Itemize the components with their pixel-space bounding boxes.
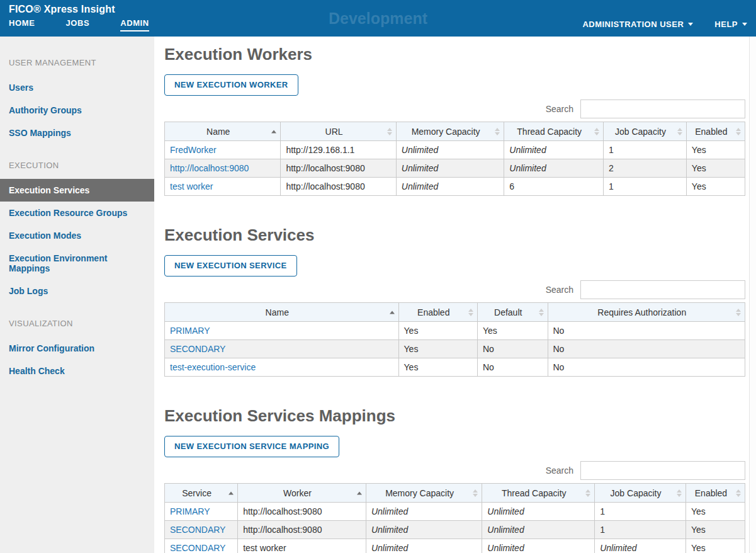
table-cell: Unlimited <box>366 503 482 521</box>
nav-admin[interactable]: ADMIN <box>120 18 149 31</box>
sidebar-item-execution-resource-groups[interactable]: Execution Resource Groups <box>0 202 154 224</box>
sidebar-item-health-check[interactable]: Health Check <box>0 360 154 382</box>
column-header-enabled[interactable]: Enabled <box>398 303 477 322</box>
table-row: SECONDARYhttp://localhost:9080UnlimitedU… <box>165 521 745 539</box>
cell-link[interactable]: PRIMARY <box>170 326 210 336</box>
table-cell: Yes <box>398 322 477 340</box>
brand-title: FICO® Xpress Insight <box>9 4 115 15</box>
table-row: PRIMARYYesYesNo <box>165 322 745 340</box>
table-cell: Yes <box>477 322 548 340</box>
execution-services-table: NameEnabledDefaultRequires Authorization… <box>164 302 745 377</box>
user-menu-label: ADMINISTRATION USER <box>582 20 684 29</box>
column-header-memory-capacity[interactable]: Memory Capacity <box>396 122 504 141</box>
sort-icon <box>677 489 682 497</box>
cell-link[interactable]: test-execution-service <box>170 362 256 372</box>
sidebar-item-authority-groups[interactable]: Authority Groups <box>0 99 154 122</box>
column-label: Default <box>494 307 522 317</box>
table-cell: Unlimited <box>366 539 482 553</box>
sidebar-item-execution-modes[interactable]: Execution Modes <box>0 224 154 247</box>
sort-icon <box>736 489 741 497</box>
new-execution-service-mapping-button[interactable]: NEW EXECUTION SERVICE MAPPING <box>164 436 339 457</box>
table-cell: No <box>477 340 548 358</box>
main-content: Execution Workers NEW EXECUTION WORKER S… <box>154 37 756 553</box>
sidebar-item-users[interactable]: Users <box>0 76 154 99</box>
search-row: Search <box>164 280 745 299</box>
cell-link[interactable]: PRIMARY <box>170 506 210 516</box>
table-cell: No <box>548 340 745 358</box>
column-header-thread-capacity[interactable]: Thread Capacity <box>504 122 604 141</box>
nav-home[interactable]: HOME <box>9 18 35 31</box>
execution-services-section: Execution Services NEW EXECUTION SERVICE… <box>164 196 745 377</box>
table-cell: Unlimited <box>482 503 595 521</box>
sort-icon <box>539 309 544 316</box>
table-cell: http://localhost:9080 <box>165 159 281 178</box>
search-input[interactable] <box>580 461 745 480</box>
sidebar-item-mirror-configuration[interactable]: Mirror Configuration <box>0 337 154 360</box>
help-menu[interactable]: HELP <box>714 20 747 29</box>
nav-jobs[interactable]: JOBS <box>65 18 89 31</box>
page-title: Execution Services Mappings <box>164 406 745 426</box>
table-header-row: NameEnabledDefaultRequires Authorization <box>165 303 745 322</box>
vertical-scrollbar[interactable] <box>749 37 756 553</box>
cell-link[interactable]: FredWorker <box>170 145 217 155</box>
search-input[interactable] <box>580 280 745 299</box>
caret-down-icon <box>688 23 693 26</box>
column-header-job-capacity[interactable]: Job Capacity <box>604 122 687 141</box>
table-cell: Yes <box>686 178 745 196</box>
cell-link[interactable]: SECONDARY <box>170 543 225 553</box>
sidebar-section-visualization: VISUALIZATION Mirror Configuration Healt… <box>0 307 154 382</box>
sort-ascending-icon <box>390 311 395 314</box>
table-cell: Yes <box>398 358 477 377</box>
table-row: FredWorkerhttp://129.168.1.1UnlimitedUnl… <box>165 141 745 159</box>
column-header-default[interactable]: Default <box>477 303 548 322</box>
cell-link[interactable]: test worker <box>170 181 213 191</box>
table-header-row: NameURLMemory CapacityThread CapacityJob… <box>165 122 745 141</box>
column-label: URL <box>325 127 343 137</box>
column-label: Memory Capacity <box>385 488 454 498</box>
column-header-name[interactable]: Name <box>165 122 281 141</box>
table-cell: Yes <box>398 340 477 358</box>
cell-link[interactable]: SECONDARY <box>170 344 225 354</box>
sort-ascending-icon <box>357 491 362 494</box>
search-label: Search <box>546 465 573 476</box>
column-header-thread-capacity[interactable]: Thread Capacity <box>482 484 595 503</box>
column-label: Name <box>266 307 289 317</box>
table-cell: SECONDARY <box>165 521 238 539</box>
column-label: Job Capacity <box>615 127 666 137</box>
sidebar-section-title: VISUALIZATION <box>0 307 154 337</box>
sort-icon <box>387 128 392 135</box>
sidebar-section-execution: EXECUTION Execution Services Execution R… <box>0 149 154 302</box>
main-nav: HOME JOBS ADMIN <box>9 18 180 31</box>
sidebar-section-title: EXECUTION <box>0 149 154 179</box>
table-cell: PRIMARY <box>165 503 238 521</box>
table-cell: Yes <box>685 521 745 539</box>
new-execution-worker-button[interactable]: NEW EXECUTION WORKER <box>164 74 298 96</box>
table-cell: Unlimited <box>396 141 504 159</box>
search-input[interactable] <box>580 100 745 118</box>
column-header-enabled[interactable]: Enabled <box>686 122 745 141</box>
cell-link[interactable]: SECONDARY <box>170 525 225 535</box>
column-header-job-capacity[interactable]: Job Capacity <box>595 484 686 503</box>
table-cell: No <box>548 322 745 340</box>
table-cell: http://localhost:9080 <box>281 159 396 178</box>
column-header-enabled[interactable]: Enabled <box>685 484 745 503</box>
column-header-worker[interactable]: Worker <box>238 484 366 503</box>
column-label: Service <box>182 488 212 498</box>
column-header-memory-capacity[interactable]: Memory Capacity <box>366 484 482 503</box>
column-header-requires-authorization[interactable]: Requires Authorization <box>548 303 745 322</box>
user-menu[interactable]: ADMINISTRATION USER <box>582 20 693 29</box>
table-row: http://localhost:9080http://localhost:90… <box>165 159 745 178</box>
column-header-url[interactable]: URL <box>281 122 396 141</box>
cell-link[interactable]: http://localhost:9080 <box>170 163 249 173</box>
sidebar-item-job-logs[interactable]: Job Logs <box>0 280 154 302</box>
table-row: test workerhttp://localhost:9080Unlimite… <box>165 178 745 196</box>
sidebar-item-execution-services[interactable]: Execution Services <box>0 179 154 202</box>
sort-icon <box>677 128 682 135</box>
sidebar-item-sso-mappings[interactable]: SSO Mappings <box>0 122 154 144</box>
column-header-name[interactable]: Name <box>165 303 399 322</box>
table-row: SECONDARYtest workerUnlimitedUnlimitedUn… <box>165 539 745 553</box>
column-header-service[interactable]: Service <box>165 484 238 503</box>
new-execution-service-button[interactable]: NEW EXECUTION SERVICE <box>164 255 297 276</box>
sidebar-item-execution-environment-mappings[interactable]: Execution Environment Mappings <box>0 247 154 280</box>
table-cell: 6 <box>504 178 604 196</box>
